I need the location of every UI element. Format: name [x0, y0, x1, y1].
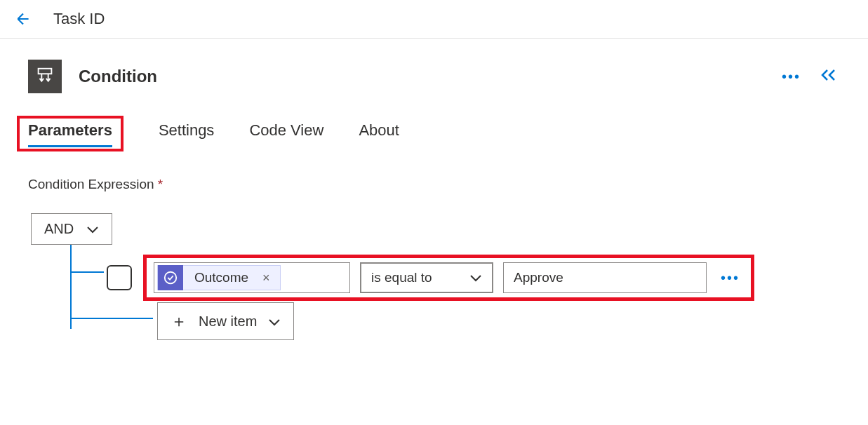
- tab-parameters[interactable]: Parameters: [28, 121, 112, 147]
- parameters-tab-highlight: Parameters: [17, 116, 123, 151]
- row-more-icon[interactable]: •••: [716, 270, 744, 286]
- plus-icon: ＋: [171, 310, 187, 332]
- operator-select[interactable]: is equal to: [360, 262, 493, 293]
- tree-connector-vertical: [70, 245, 72, 329]
- tab-code-view[interactable]: Code View: [249, 121, 323, 151]
- chevron-down-icon: [86, 221, 99, 237]
- value-text: Approve: [514, 270, 563, 285]
- chevron-down-icon: [268, 313, 281, 330]
- condition-row: Outcome × is equal to Approve •••: [107, 255, 754, 301]
- row-checkbox[interactable]: [107, 265, 132, 290]
- token-icon: [158, 265, 183, 290]
- condition-area: AND: [0, 192, 868, 245]
- logic-operator-label: AND: [44, 221, 74, 237]
- operator-label: is equal to: [371, 270, 432, 285]
- new-item-label: New item: [199, 313, 257, 330]
- value-field[interactable]: Approve: [503, 262, 707, 293]
- token-chip: Outcome ×: [157, 265, 281, 290]
- page-title: Task ID: [53, 10, 105, 28]
- tab-settings[interactable]: Settings: [159, 121, 215, 151]
- condition-row-highlight: Outcome × is equal to Approve •••: [143, 255, 754, 301]
- card-header: Condition •••: [0, 39, 868, 107]
- condition-icon: [28, 60, 62, 93]
- new-item-button[interactable]: ＋ New item: [157, 302, 294, 340]
- card-title: Condition: [79, 67, 782, 86]
- collapse-icon[interactable]: [820, 67, 840, 86]
- tab-about[interactable]: About: [359, 121, 399, 151]
- tree-connector-row: [70, 271, 104, 273]
- card-actions: •••: [782, 67, 840, 86]
- page-header: Task ID: [0, 0, 868, 39]
- required-indicator: *: [158, 177, 163, 191]
- token-label: Outcome: [183, 270, 260, 285]
- left-operand-field[interactable]: Outcome ×: [154, 262, 350, 293]
- tree-connector-newitem: [70, 318, 153, 319]
- more-icon[interactable]: •••: [782, 69, 801, 85]
- svg-point-3: [165, 272, 177, 284]
- token-remove-icon[interactable]: ×: [260, 271, 280, 285]
- back-arrow-icon[interactable]: [14, 10, 32, 28]
- tabs: Parameters Settings Code View About: [0, 107, 868, 151]
- section-label: Condition Expression *: [0, 151, 868, 192]
- logic-operator-button[interactable]: AND: [31, 213, 112, 245]
- condition-expression-label: Condition Expression: [28, 177, 154, 191]
- chevron-down-icon: [469, 270, 482, 285]
- svg-rect-0: [39, 69, 52, 74]
